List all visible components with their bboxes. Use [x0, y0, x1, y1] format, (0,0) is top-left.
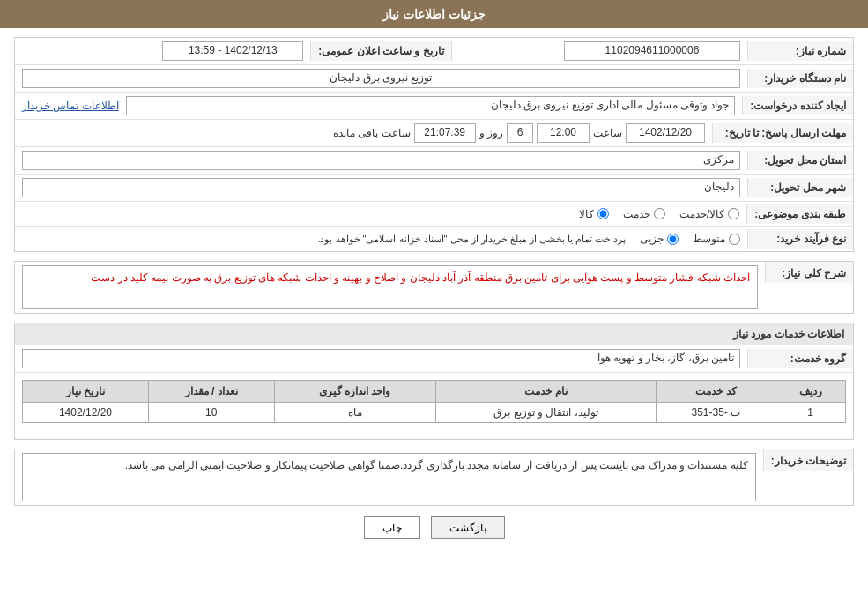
creator-link[interactable]: اطلاعات تماس خریدار	[22, 100, 119, 112]
services-section-title: اطلاعات خدمات مورد نیاز	[15, 323, 853, 345]
description-box: احداث شبکه فشار متوسط و پست هوایی برای ت…	[22, 265, 758, 309]
service-group-row: گروه خدمت: تامین برق، گاز، بخار و تهویه …	[15, 345, 853, 373]
services-table-section: ردیف کد خدمت نام خدمت واحد اندازه گیری ت…	[15, 373, 853, 430]
purchase-type-radio-motavasset[interactable]	[729, 234, 740, 245]
cell-unit: ماه	[274, 403, 435, 423]
category-option-kala[interactable]: کالا	[579, 208, 609, 220]
info-section: شماره نیاز: 1102094611000006 تاریخ و ساع…	[14, 37, 854, 252]
category-label-khedmat: خدمت	[623, 208, 650, 220]
buyer-org-value: توزیع نیروی برق دلیجان	[15, 65, 747, 92]
city-label: شهر محل تحویل:	[747, 178, 853, 197]
need-number-row: شماره نیاز: 1102094611000006 تاریخ و ساع…	[15, 38, 853, 65]
col-header-date: تاریخ نیاز	[23, 381, 149, 403]
city-row: شهر محل تحویل: دلیجان	[15, 175, 853, 202]
category-radio-kala-khedmat[interactable]	[728, 208, 739, 219]
buyer-org-label: نام دستگاه خریدار:	[747, 69, 853, 88]
col-header-row: ردیف	[775, 381, 846, 403]
category-label: طبقه بندی موضوعی:	[746, 204, 853, 224]
cell-row: 1	[775, 403, 846, 423]
description-label: شرح کلی نیاز:	[765, 262, 853, 283]
description-value: احداث شبکه فشار متوسط و پست هوایی برای ت…	[15, 262, 765, 313]
category-radio-kala[interactable]	[597, 208, 609, 219]
deadline-label: مهلت ارسال پاسخ: تا تاریخ:	[712, 123, 853, 143]
cell-code: ت -35-351	[657, 403, 775, 423]
date-value: 1402/12/13 - 13:59	[15, 38, 310, 64]
button-row: بازگشت چاپ	[14, 516, 854, 539]
col-header-unit: واحد اندازه گیری	[274, 381, 435, 403]
category-option-khedmat[interactable]: خدمت	[623, 208, 665, 220]
service-group-label: گروه خدمت:	[747, 349, 853, 368]
category-option-kala-khedmat[interactable]: کالا/خدمت	[679, 208, 739, 220]
category-value: کالا/خدمت خدمت کالا	[15, 204, 746, 224]
category-label-kala: کالا	[579, 208, 594, 220]
need-number-label: شماره نیاز:	[747, 41, 853, 61]
buyer-notes-row: توضیحات خریدار: کلیه مستندات و مدراک می …	[15, 449, 853, 505]
cell-qty: 10	[148, 403, 274, 423]
page-header: جزئیات اطلاعات نیاز	[0, 0, 868, 28]
buyer-notes-section: توضیحات خریدار: کلیه مستندات و مدراک می …	[14, 449, 854, 506]
buyer-org-input: توزیع نیروی برق دلیجان	[22, 69, 740, 88]
col-header-qty: تعداد / مقدار	[148, 381, 274, 403]
purchase-type-option-jozii[interactable]: جزیی	[640, 233, 679, 245]
description-row: شرح کلی نیاز: احداث شبکه فشار متوسط و پس…	[15, 262, 853, 313]
province-label: استان محل تحویل:	[747, 151, 853, 170]
purchase-type-label-jozii: جزیی	[640, 233, 664, 245]
category-label-kala-khedmat: کالا/خدمت	[679, 208, 724, 220]
buyer-notes-box: کلیه مستندات و مدراک می بایست پس از دریا…	[22, 453, 756, 501]
buyer-notes-value: کلیه مستندات و مدراک می بایست پس از دریا…	[15, 449, 763, 505]
purchase-type-label: نوع فرآیند خرید:	[747, 229, 853, 249]
purchase-type-note: پرداخت تمام یا بخشی از مبلغ خریدار از مح…	[317, 234, 626, 245]
need-number-input: 1102094611000006	[564, 41, 740, 61]
service-group-value: تامین برق، گاز، بخار و تهویه هوا	[15, 345, 747, 372]
buyer-notes-label: توضیحات خریدار:	[763, 449, 853, 471]
col-header-code: کد خدمت	[657, 381, 775, 403]
deadline-row: مهلت ارسال پاسخ: تا تاریخ: 1402/12/20 سا…	[15, 120, 853, 147]
category-radio-khedmat[interactable]	[654, 208, 665, 219]
deadline-time: 12:00	[537, 123, 590, 143]
deadline-remaining: 21:07:39	[414, 123, 476, 143]
back-button[interactable]: بازگشت	[431, 516, 505, 539]
date-input: 1402/12/13 - 13:59	[162, 41, 303, 61]
creator-row: ایجاد کننده درخواست: جواد وثوقی مسئول ما…	[15, 93, 853, 120]
deadline-time-label: ساعت	[593, 127, 622, 139]
purchase-type-label-motavasset: متوسط	[693, 233, 725, 245]
city-value: دلیجان	[15, 175, 747, 201]
deadline-remaining-label: ساعت باقی مانده	[333, 127, 411, 139]
table-row: 1 ت -35-351 تولید، انتقال و توزیع برق ما…	[23, 403, 846, 423]
cell-name: تولید، انتقال و توزیع برق	[435, 403, 657, 423]
creator-label: ایجاد کننده درخواست:	[742, 96, 853, 115]
services-section: اطلاعات خدمات مورد نیاز گروه خدمت: تامین…	[14, 323, 854, 440]
purchase-type-value: متوسط جزیی پرداخت تمام یا بخشی از مبلغ خ…	[15, 229, 747, 249]
province-input: مرکزی	[22, 151, 740, 170]
province-row: استان محل تحویل: مرکزی	[15, 147, 853, 175]
description-section: شرح کلی نیاز: احداث شبکه فشار متوسط و پس…	[14, 261, 854, 314]
service-group-input: تامین برق، گاز، بخار و تهویه هوا	[22, 349, 740, 368]
services-table: ردیف کد خدمت نام خدمت واحد اندازه گیری ت…	[22, 380, 846, 423]
need-number-value: 1102094611000006	[452, 38, 747, 64]
buyer-org-row: نام دستگاه خریدار: توزیع نیروی برق دلیجا…	[15, 65, 853, 93]
purchase-type-radio-jozii[interactable]	[667, 234, 679, 245]
province-value: مرکزی	[15, 147, 747, 174]
cell-date: 1402/12/20	[23, 403, 149, 423]
col-header-name: نام خدمت	[435, 381, 657, 403]
deadline-days: 6	[507, 123, 533, 143]
date-label: تاریخ و ساعت اعلان عمومی:	[310, 41, 451, 61]
purchase-type-option-motavasset[interactable]: متوسط	[693, 233, 740, 245]
page-title: جزئیات اطلاعات نیاز	[382, 7, 486, 21]
deadline-value: 1402/12/20 ساعت 12:00 6 روز و 21:07:39 س…	[15, 120, 712, 146]
creator-input: جواد وثوقی مسئول مالی اداری توزیع نیروی …	[126, 96, 736, 115]
deadline-days-label: روز و	[479, 127, 503, 139]
city-input: دلیجان	[22, 178, 740, 197]
deadline-date: 1402/12/20	[626, 123, 705, 143]
creator-value: جواد وثوقی مسئول مالی اداری توزیع نیروی …	[15, 93, 742, 119]
print-button[interactable]: چاپ	[364, 516, 420, 539]
category-row: طبقه بندی موضوعی: کالا/خدمت خدمت	[15, 202, 853, 227]
purchase-type-row: نوع فرآیند خرید: متوسط جزیی	[15, 227, 853, 251]
